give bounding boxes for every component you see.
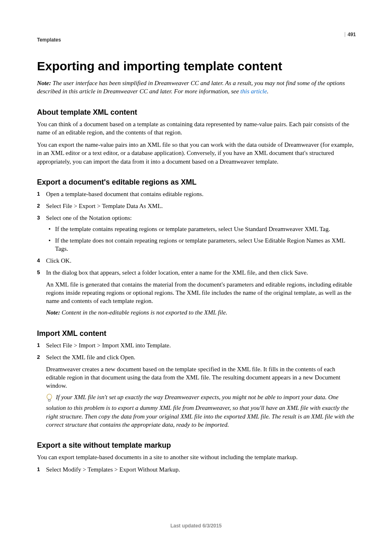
- step-text: Select File > Export > Template Data As …: [46, 203, 163, 209]
- body-text: You can export template-based documents …: [37, 453, 355, 461]
- bullet-item: If the template does not contain repeati…: [48, 236, 355, 253]
- section-heading-import-xml: Import XML content: [37, 329, 355, 338]
- step-item: Select File > Export > Template Data As …: [37, 202, 355, 210]
- step-followup: An XML file is generated that contains t…: [46, 280, 355, 305]
- intro-note: Note: The user interface has been simpli…: [37, 79, 355, 96]
- step-text: Open a template-based document that cont…: [46, 191, 203, 197]
- step-followup: Dreamweaver creates a new document based…: [46, 365, 355, 390]
- step-item: In the dialog box that appears, select a…: [37, 268, 355, 317]
- note-text-after: .: [267, 88, 269, 95]
- page-footer: Last updated 6/3/2015: [0, 523, 392, 529]
- step-list: Select File > Import > Import XML into T…: [37, 341, 355, 390]
- step-item: Select the XML file and click Open. Drea…: [37, 353, 355, 390]
- note-label: Note:: [37, 80, 51, 86]
- section-heading-export-site: Export a site without template markup: [37, 441, 355, 450]
- tip-block: If your XML file isn't set up exactly th…: [46, 393, 355, 429]
- article-title: Exporting and importing template content: [37, 59, 355, 73]
- lightbulb-icon: [46, 394, 53, 404]
- step-text: Select File > Import > Import XML into T…: [46, 342, 171, 349]
- step-note: Note: Content in the non-editable region…: [46, 308, 355, 317]
- step-text: Select Modify > Templates > Export Witho…: [46, 466, 180, 473]
- step-text: In the dialog box that appears, select a…: [46, 269, 308, 276]
- page-number: 491: [345, 32, 356, 37]
- note-text-before: The user interface has been simplified i…: [37, 80, 345, 95]
- document-page: 491 Templates Exporting and importing te…: [0, 0, 392, 555]
- section-heading-export-xml: Export a document's editable regions as …: [37, 178, 355, 187]
- step-text: Click OK.: [46, 257, 71, 264]
- step-list: Open a template-based document that cont…: [37, 190, 355, 317]
- body-text: You can think of a document based on a t…: [37, 120, 355, 137]
- step-item: Open a template-based document that cont…: [37, 190, 355, 199]
- bullet-list: If the template contains repeating regio…: [48, 225, 355, 253]
- step-text: Select one of the Notation options:: [46, 215, 132, 221]
- step-item: Select one of the Notation options: If t…: [37, 214, 355, 253]
- step-text: Select the XML file and click Open.: [46, 354, 135, 361]
- section-heading-about: About template XML content: [37, 108, 355, 117]
- tip-text: If your XML file isn't set up exactly th…: [46, 394, 354, 428]
- body-text: You can export the name-value pairs into…: [37, 141, 355, 166]
- bullet-item: If the template contains repeating regio…: [48, 225, 355, 233]
- step-item: Select Modify > Templates > Export Witho…: [37, 465, 355, 474]
- step-item: Click OK.: [37, 257, 355, 265]
- intro-note-link[interactable]: this article: [240, 88, 267, 95]
- step-item: Select File > Import > Import XML into T…: [37, 341, 355, 350]
- step-list: Select Modify > Templates > Export Witho…: [37, 465, 355, 474]
- note-text: Content in the non-editable regions is n…: [60, 309, 227, 316]
- note-label: Note:: [46, 309, 60, 316]
- running-head: Templates: [37, 37, 355, 43]
- svg-point-0: [47, 394, 52, 400]
